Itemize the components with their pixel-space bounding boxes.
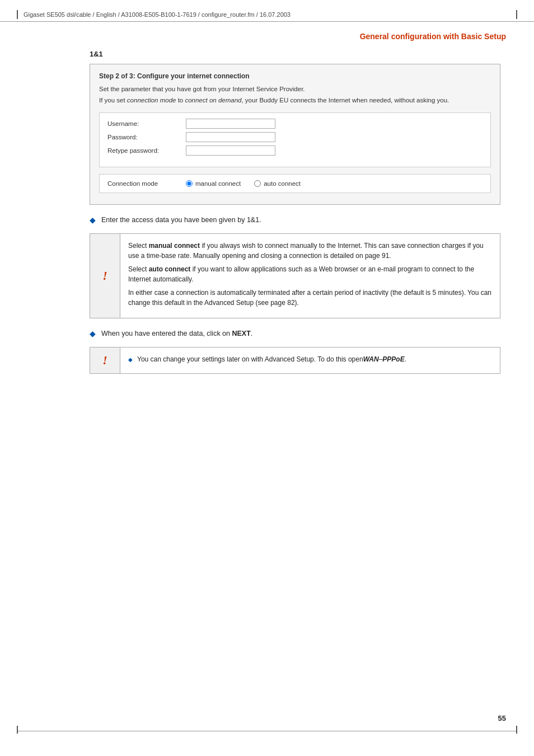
bullet-text-2: When you have entered the data, click on… — [101, 328, 252, 339]
retype-password-label: Retype password: — [107, 147, 186, 154]
section-heading: 1&1 — [90, 50, 500, 58]
top-rule-right-bar — [516, 10, 517, 19]
bottom-rule-bar-left — [17, 726, 18, 734]
form-row-password: Password: — [107, 132, 483, 142]
form-row-retype-password: Retype password: — [107, 145, 483, 156]
form-row-username: Username: — [107, 119, 483, 129]
note-box-2: ! You can change your settings later on … — [90, 347, 500, 374]
bottom-rule — [17, 731, 517, 734]
retype-password-input[interactable] — [186, 145, 275, 156]
note-content-2: You can change your settings later on wi… — [120, 348, 414, 373]
username-label: Username: — [107, 120, 186, 127]
bullet-diamond-1: ◆ — [90, 215, 96, 224]
bullet-item-1: ◆ Enter the access data you have been gi… — [90, 215, 500, 226]
bullet-diamond-2: ◆ — [90, 329, 96, 338]
radio-manual-connect[interactable] — [186, 180, 193, 187]
form-area: Username: Password: Retype password: — [99, 112, 491, 167]
top-rule-left-bar — [17, 10, 18, 19]
radio-auto-label: auto connect — [264, 180, 301, 187]
exclamation-icon-1: ! — [102, 269, 107, 283]
note-para-1: Select manual connect if you always wish… — [128, 241, 492, 261]
bottom-rule-bar-right — [516, 726, 517, 734]
config-box-subtitle: Set the parameter that you have got from… — [99, 86, 491, 92]
header-breadcrumb: Gigaset SE505 dsl/cable / English / A310… — [24, 11, 510, 18]
radio-group: manual connect auto connect — [186, 180, 301, 187]
config-box-note: If you set connection mode to connect on… — [99, 96, 491, 105]
radio-manual-label: manual connect — [195, 180, 241, 187]
connection-mode-area: Connection mode manual connect auto conn… — [99, 174, 491, 193]
top-rule: Gigaset SE505 dsl/cable / English / A310… — [0, 0, 534, 22]
note-box-1: ! Select manual connect if you always wi… — [90, 233, 500, 318]
bullet-item-2: ◆ When you have entered the data, click … — [90, 328, 500, 339]
main-content: 1&1 Step 2 of 3: Configure your internet… — [0, 50, 534, 374]
bullet-text-1: Enter the access data you have been give… — [101, 215, 261, 226]
page-number: 55 — [498, 714, 506, 722]
password-label: Password: — [107, 134, 186, 140]
note-content-1: Select manual connect if you always wish… — [120, 234, 500, 318]
username-input[interactable] — [186, 119, 275, 129]
radio-item-auto: auto connect — [254, 180, 301, 187]
exclamation-icon-2: ! — [102, 353, 107, 368]
config-box-title: Step 2 of 3: Configure your internet con… — [99, 72, 491, 80]
note-icon-col-1: ! — [90, 234, 120, 318]
page-title-area: General configuration with Basic Setup — [0, 22, 534, 50]
page-container: Gigaset SE505 dsl/cable / English / A310… — [0, 0, 534, 756]
radio-auto-connect[interactable] — [254, 180, 261, 187]
note-list-item-1: You can change your settings later on wi… — [128, 354, 406, 364]
connection-mode-label: Connection mode — [107, 180, 186, 187]
note-icon-col-2: ! — [90, 348, 120, 373]
note-para-3: In either case a connection is automatic… — [128, 288, 492, 308]
note-para-2: Select auto connect if you want to allow… — [128, 264, 492, 284]
password-input[interactable] — [186, 132, 275, 142]
radio-item-manual: manual connect — [186, 180, 241, 187]
page-title: General configuration with Basic Setup — [360, 32, 506, 41]
config-box: Step 2 of 3: Configure your internet con… — [90, 64, 500, 205]
